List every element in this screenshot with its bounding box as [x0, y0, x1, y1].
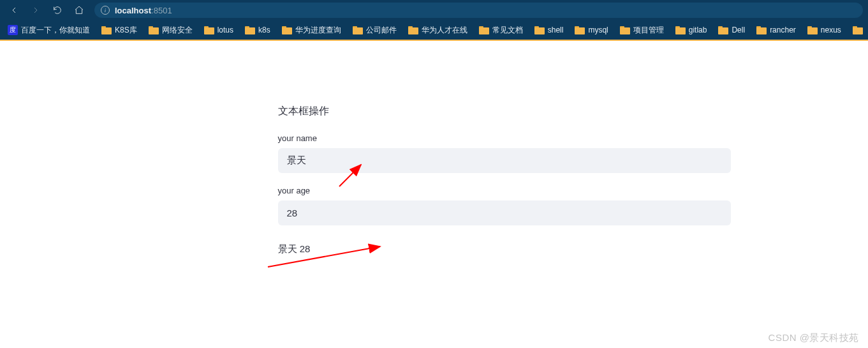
address-bar[interactable]: i localhost:8501 [94, 3, 863, 18]
bookmark-item[interactable]: shell [529, 24, 569, 36]
bookmark-item[interactable]: K8S库 [96, 23, 142, 38]
bookmark-item[interactable]: Dell [713, 24, 750, 36]
folder-icon [245, 26, 255, 34]
bookmark-item[interactable]: rancher [751, 24, 801, 36]
bookmark-item[interactable]: 华为人才在线 [403, 23, 473, 38]
bookmark-label: rancher [770, 26, 796, 34]
bookmark-label: K8S库 [115, 25, 137, 36]
bookmark-label: 项目管理 [633, 25, 664, 36]
bookmark-label: mysql [588, 26, 608, 34]
bookmark-item[interactable]: 华为进度查询 [277, 23, 346, 38]
bookmark-item[interactable]: 度百度一下，你就知道 [3, 23, 95, 38]
bookmark-item[interactable]: mysql [570, 24, 613, 36]
folder-icon [282, 26, 292, 34]
bookmark-item[interactable]: k8s [240, 24, 276, 36]
site-info-icon[interactable]: i [101, 6, 110, 15]
bookmark-item[interactable]: nexus [802, 24, 846, 36]
folder-icon [718, 26, 728, 34]
refresh-button[interactable] [48, 1, 66, 19]
url-text: localhost:8501 [115, 6, 172, 15]
bookmark-label: 常见文档 [492, 25, 523, 36]
folder-icon [534, 26, 545, 34]
browser-nav-bar: i localhost:8501 [0, 0, 868, 20]
bookmark-item[interactable]: 网络安全 [143, 23, 198, 38]
bookmark-item[interactable]: 公司邮件 [348, 23, 402, 38]
forward-button[interactable] [27, 1, 45, 19]
bookmark-label: lotus [217, 26, 233, 34]
folder-icon [575, 26, 585, 34]
bookmark-label: 华为进度查询 [295, 25, 341, 36]
baidu-icon: 度 [8, 25, 18, 35]
bookmark-label: gitlab [689, 26, 707, 34]
folder-icon [204, 26, 214, 34]
age-label: your age [278, 186, 731, 195]
folder-icon [149, 26, 159, 34]
bookmark-label: k8s [258, 26, 270, 34]
bookmark-label: 华为人才在线 [422, 25, 467, 36]
bookmark-item[interactable]: lotus [199, 24, 239, 36]
bookmark-label: 公司邮件 [366, 25, 397, 36]
name-input[interactable] [278, 148, 731, 173]
folder-icon [101, 26, 112, 34]
folder-icon [353, 26, 363, 34]
form-title: 文本框操作 [278, 105, 731, 118]
bookmark-label: nexus [821, 26, 841, 34]
bookmark-item[interactable]: 常见文档 [474, 23, 528, 38]
back-button[interactable] [5, 1, 23, 19]
bookmark-item[interactable]: gitlab [670, 24, 712, 36]
folder-icon [675, 26, 686, 34]
bookmark-item[interactable]: 项目管理 [615, 23, 669, 38]
folder-icon [408, 26, 418, 34]
bookmark-label: shell [548, 26, 564, 34]
folder-icon [756, 26, 767, 34]
folder-icon [479, 26, 489, 34]
bookmarks-bar: 度百度一下，你就知道K8S库网络安全lotusk8s华为进度查询公司邮件华为人才… [0, 20, 868, 41]
page-content: 文本框操作 your name your age 景天 28 [0, 41, 868, 255]
home-button[interactable] [70, 1, 88, 19]
folder-icon [853, 26, 863, 34]
bookmark-label: Dell [732, 26, 745, 34]
name-label: your name [278, 133, 731, 143]
watermark: CSDN @景天科技苑 [769, 332, 859, 344]
bookmark-item[interactable] [848, 24, 868, 36]
bookmark-label: 百度一下，你就知道 [21, 25, 90, 36]
bookmark-label: 网络安全 [162, 25, 193, 36]
output-text: 景天 28 [278, 243, 731, 255]
age-input[interactable] [278, 200, 731, 225]
folder-icon [807, 26, 818, 34]
folder-icon [620, 26, 630, 34]
